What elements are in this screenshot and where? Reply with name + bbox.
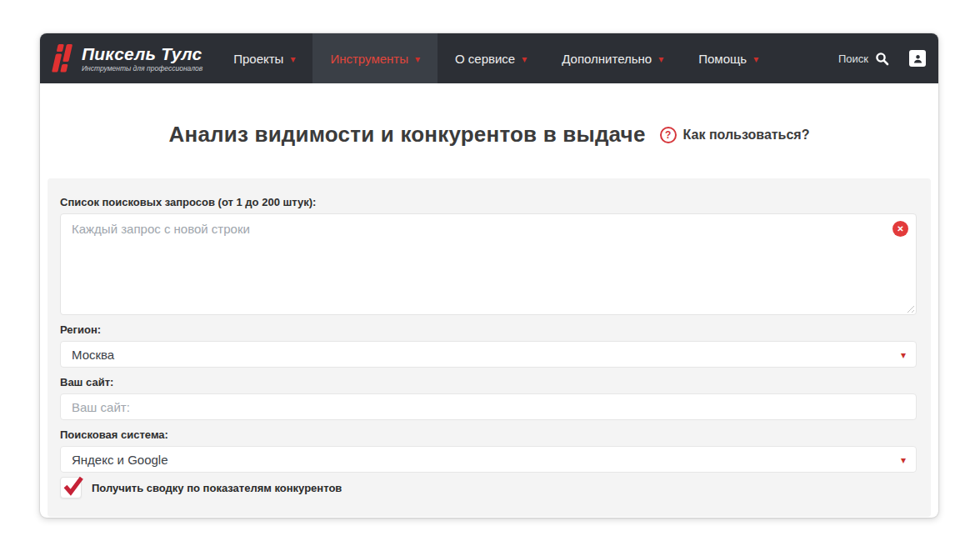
page-title: Анализ видимости и конкурентов в выдаче <box>169 122 646 148</box>
engine-select[interactable]: Яндекс и Google ▾ <box>60 446 917 473</box>
clear-icon: ✕ <box>897 224 903 233</box>
top-nav: Пиксель Тулс Инструменты для профессиона… <box>40 33 938 83</box>
engine-selected-value: Яндекс и Google <box>72 453 168 467</box>
nav-item-label: Дополнительно <box>562 52 652 66</box>
nav-item-tools[interactable]: Инструменты ▾ <box>312 33 438 83</box>
caret-down-icon: ▾ <box>901 455 906 465</box>
queries-field-wrap: ✕ <box>60 213 917 315</box>
site-input[interactable] <box>60 393 917 420</box>
caret-down-icon: ▾ <box>901 350 906 360</box>
queries-label: Список поисковых запросов (от 1 до 200 ш… <box>60 197 917 208</box>
region-select[interactable]: Москва ▾ <box>60 341 917 368</box>
region-label: Регион: <box>60 324 917 336</box>
how-to-use-link[interactable]: ? Как пользоваться? <box>660 127 810 143</box>
how-to-use-label: Как пользоваться? <box>683 128 810 143</box>
competitors-checkbox-row: Получить сводку по показателям конкурент… <box>60 477 917 498</box>
caret-down-icon: ▾ <box>753 54 758 64</box>
search-button[interactable]: Поиск <box>838 52 889 66</box>
account-button[interactable] <box>909 50 926 67</box>
nav-item-projects[interactable]: Проекты ▾ <box>216 33 312 83</box>
caret-down-icon: ▾ <box>522 54 527 64</box>
region-selected-value: Москва <box>72 348 114 362</box>
nav-item-about[interactable]: О сервисе ▾ <box>438 33 544 83</box>
question-mark-icon: ? <box>660 127 677 143</box>
search-icon <box>875 52 889 66</box>
site-label: Ваш сайт: <box>60 377 917 388</box>
analysis-form: Список поисковых запросов (от 1 до 200 ш… <box>48 178 931 517</box>
logo[interactable]: Пиксель Тулс Инструменты для профессиона… <box>40 33 216 83</box>
user-icon <box>912 53 923 64</box>
nav-item-extra[interactable]: Дополнительно ▾ <box>544 33 681 83</box>
caret-down-icon: ▾ <box>658 54 663 64</box>
logo-title: Пиксель Тулс <box>82 45 202 63</box>
main-window: Пиксель Тулс Инструменты для профессиона… <box>40 33 938 518</box>
main-nav: Проекты ▾ Инструменты ▾ О сервисе ▾ Допо… <box>216 33 776 83</box>
competitors-checkbox[interactable] <box>60 477 82 498</box>
nav-item-label: Инструменты <box>330 52 408 66</box>
competitors-checkbox-label: Получить сводку по показателям конкурент… <box>92 482 342 494</box>
title-row: Анализ видимости и конкурентов в выдаче … <box>40 122 938 148</box>
nav-item-label: О сервисе <box>455 52 515 66</box>
caret-down-icon: ▾ <box>290 54 295 64</box>
nav-item-label: Проекты <box>233 52 283 66</box>
caret-down-icon: ▾ <box>415 54 420 64</box>
search-label: Поиск <box>838 53 868 65</box>
clear-queries-button[interactable]: ✕ <box>892 221 908 237</box>
topbar-right: Поиск <box>838 33 938 83</box>
logo-icon <box>52 43 74 73</box>
logo-text: Пиксель Тулс Инструменты для профессиона… <box>82 45 202 73</box>
queries-textarea[interactable] <box>60 213 917 315</box>
engine-label: Поисковая система: <box>60 429 917 441</box>
checkmark-icon <box>62 475 84 498</box>
nav-item-help[interactable]: Помощь ▾ <box>681 33 776 83</box>
logo-tagline: Инструменты для профессионалов <box>82 64 202 73</box>
nav-item-label: Помощь <box>698 52 747 66</box>
